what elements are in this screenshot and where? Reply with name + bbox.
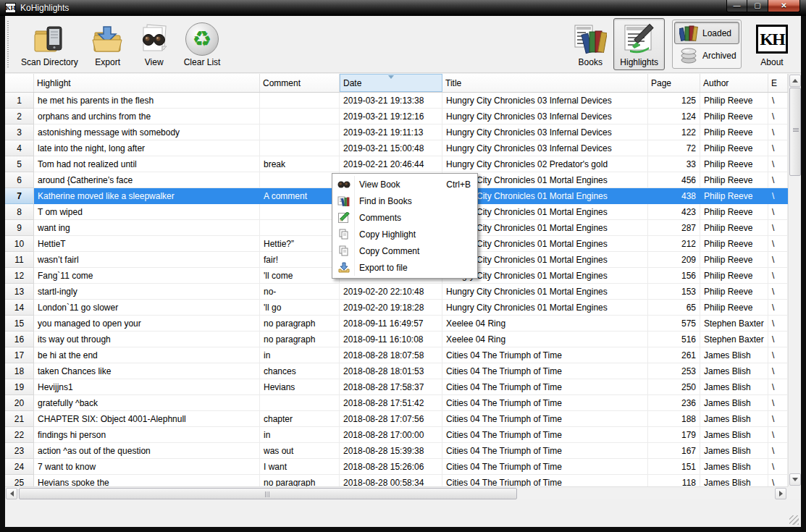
vertical-scrollbar[interactable] [788,74,801,486]
cell-path: \ [768,427,788,443]
column-header-author[interactable]: Author [700,74,768,92]
table-row[interactable]: 15you managed to open yourno paragraph20… [5,316,788,332]
cell-comment [260,204,340,220]
table-row[interactable]: 19Hevijjns1Hevians2018-08-28 17:58:37Cit… [5,379,788,395]
arrow-right-icon [779,491,783,497]
table-row[interactable]: 17be hi at the endin2018-08-28 18:07:58C… [5,347,788,363]
menu-item-view-book[interactable]: View Book Ctrl+B [333,176,477,193]
table-row[interactable]: 1he met his parents in the flesh2019-03-… [5,93,788,109]
table-row[interactable]: 3astonishing message with somebody2019-0… [5,124,788,140]
column-header-page[interactable]: Page [648,74,700,92]
close-button[interactable]: ✕ [768,0,800,12]
row-number[interactable]: 3 [5,124,34,140]
table-row[interactable]: 4late into the night, long after2019-03-… [5,140,788,156]
archived-toggle-button[interactable]: Archived [674,44,739,67]
row-number[interactable]: 21 [5,411,34,427]
row-number[interactable]: 19 [5,379,34,395]
table-row[interactable]: 247 want to knowI want2018-08-28 15:26:0… [5,459,788,475]
title-bar[interactable]: KH KoHighlights — ▢ ✕ [0,0,806,16]
about-button[interactable]: KH About [749,18,795,70]
row-number[interactable]: 14 [5,300,34,316]
table-row[interactable]: 18taken Chances likechances2018-08-28 18… [5,363,788,379]
scroll-right-button[interactable] [775,488,786,499]
row-number[interactable]: 12 [5,268,34,284]
table-row[interactable]: 22findings hi personin2018-08-28 17:00:0… [5,427,788,443]
row-number[interactable]: 1 [5,93,34,109]
cell-highlight: gratefully ^back [34,395,260,411]
sort-descending-icon [388,75,394,79]
row-number[interactable]: 22 [5,427,34,443]
app-icon: KH [5,3,16,13]
row-number[interactable]: 15 [5,316,34,332]
column-header-path[interactable]: E [768,74,788,92]
toolbar-button-label: Highlights [620,57,658,67]
cell-comment: Hevians [260,379,340,395]
table-row[interactable]: 14London`11 go slower'll go2019-02-20 19… [5,300,788,316]
row-number[interactable]: 23 [5,443,34,459]
table-row[interactable]: 2orphans and urchins from the2019-03-21 … [5,109,788,124]
scroll-up-button[interactable] [789,75,801,87]
row-number[interactable]: 20 [5,395,34,411]
row-number[interactable]: 11 [5,252,34,268]
window-title: KoHighlights [20,3,69,13]
clear-list-button[interactable]: ♻ Clear List [177,18,227,70]
row-number[interactable]: 18 [5,363,34,379]
menu-item-export-to-file[interactable]: Export to file [333,259,477,276]
table-row[interactable]: 20gratefully ^back2018-08-28 17:51:42Cit… [5,395,788,411]
row-number[interactable]: 16 [5,332,34,347]
table-row[interactable]: 16its way out throughno paragraph2018-09… [5,332,788,347]
cell-author: James Blish [700,443,768,459]
row-number[interactable]: 17 [5,347,34,363]
column-header-title[interactable]: Title [442,74,648,92]
resize-grip-icon[interactable] [789,515,799,525]
loaded-toggle-button[interactable]: Loaded [674,22,739,44]
context-menu: View Book Ctrl+B Find in Books [332,173,478,279]
books-toggle-button[interactable]: Books [567,18,613,70]
cell-date: 2018-08-28 17:51:42 [340,395,442,411]
row-number[interactable]: 8 [5,204,34,220]
table-row[interactable]: 13startl-inglyno-2019-02-20 22:10:48Hung… [5,284,788,300]
menu-item-copy-comment[interactable]: Copy Comment [333,242,477,259]
column-header-date[interactable]: Date [340,74,442,92]
export-button[interactable]: Export [85,18,131,70]
horizontal-scroll-thumb[interactable] [19,488,517,499]
row-number[interactable]: 13 [5,284,34,300]
table-row[interactable]: 5Tom had not realized untilbreak2019-02-… [5,156,788,172]
row-number[interactable]: 10 [5,236,34,252]
table-row[interactable]: 21CHAPTER SIX: Object 4001-Alephnullchap… [5,411,788,427]
row-number[interactable]: 6 [5,172,34,188]
table-row[interactable]: 25Hevians spoke theno paragraph2018-08-2… [5,475,788,486]
cell-title: Xeelee 04 Ring [442,316,648,332]
cell-title: Hungry City Chronicles 03 Infernal Devic… [442,124,648,140]
maximize-button[interactable]: ▢ [747,0,768,12]
comment-edit-icon [337,212,350,224]
scroll-left-button[interactable] [6,488,17,499]
view-button[interactable]: View [131,18,177,70]
column-header-comment[interactable]: Comment [260,74,340,92]
row-number[interactable]: 5 [5,156,34,172]
row-number[interactable]: 2 [5,109,34,124]
table-header: Highlight Comment Date Title Page Author… [5,74,801,93]
vertical-scroll-thumb[interactable] [789,88,801,176]
minimize-button[interactable]: — [726,0,747,12]
column-header-highlight[interactable]: Highlight [34,74,260,92]
row-number[interactable]: 9 [5,220,34,236]
cell-comment: I want [260,459,340,475]
row-number[interactable]: 7 [5,188,34,204]
scan-directory-button[interactable]: Scan Directory [14,18,85,70]
toolbar-grip[interactable] [7,21,10,67]
menu-item-label: Copy Comment [359,246,462,256]
row-number[interactable]: 4 [5,140,34,156]
menu-item-copy-highlight[interactable]: Copy Highlight [333,226,477,242]
column-header-rownum[interactable] [5,74,34,92]
kh-logo-icon: KH [755,22,789,56]
table-row[interactable]: 23action ^as out of the questionwas out2… [5,443,788,459]
scroll-down-button[interactable] [789,473,801,486]
highlights-toggle-button[interactable]: Highlights [613,18,665,70]
row-number[interactable]: 24 [5,459,34,475]
row-number[interactable]: 25 [5,475,34,486]
cell-author: Philip Reeve [700,140,768,156]
horizontal-scrollbar[interactable] [5,486,788,499]
menu-item-comments[interactable]: Comments [333,209,477,226]
menu-item-find-in-books[interactable]: Find in Books [333,193,477,209]
